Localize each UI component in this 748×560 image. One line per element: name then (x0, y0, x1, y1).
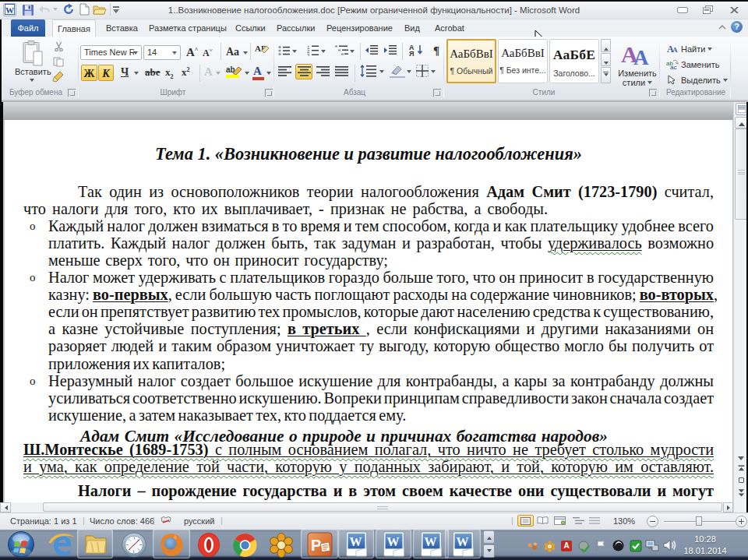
svg-text:P: P (311, 537, 321, 554)
svg-text:A: A (633, 46, 649, 67)
svg-text:ac: ac (670, 64, 676, 69)
svg-text:3: 3 (307, 53, 310, 56)
svg-text:А: А (672, 46, 678, 54)
svg-text:Я: Я (409, 50, 414, 57)
